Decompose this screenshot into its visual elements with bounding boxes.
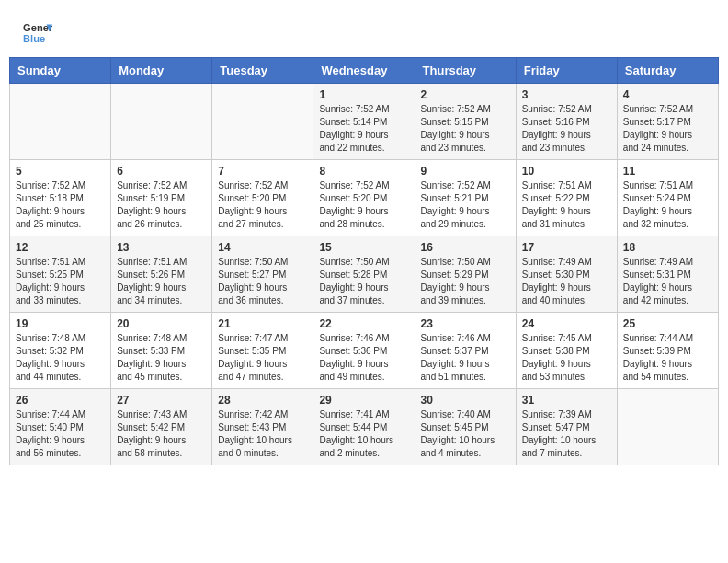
day-info: Sunrise: 7:47 AM Sunset: 5:35 PM Dayligh… xyxy=(218,332,307,384)
day-info: Sunrise: 7:49 AM Sunset: 5:30 PM Dayligh… xyxy=(522,256,611,307)
calendar-week-row: 26Sunrise: 7:44 AM Sunset: 5:40 PM Dayli… xyxy=(10,389,719,465)
day-info: Sunrise: 7:52 AM Sunset: 5:20 PM Dayligh… xyxy=(319,179,408,231)
day-info: Sunrise: 7:41 AM Sunset: 5:44 PM Dayligh… xyxy=(319,408,408,460)
day-number: 19 xyxy=(16,317,105,330)
day-header-thursday: Thursday xyxy=(415,58,516,84)
calendar-cell: 1Sunrise: 7:52 AM Sunset: 5:14 PM Daylig… xyxy=(313,84,415,160)
calendar-cell: 3Sunrise: 7:52 AM Sunset: 5:16 PM Daylig… xyxy=(516,84,617,160)
calendar-cell: 6Sunrise: 7:52 AM Sunset: 5:19 PM Daylig… xyxy=(111,160,212,236)
calendar-cell: 11Sunrise: 7:51 AM Sunset: 5:24 PM Dayli… xyxy=(617,160,718,236)
calendar-cell: 4Sunrise: 7:52 AM Sunset: 5:17 PM Daylig… xyxy=(617,84,718,160)
day-number: 17 xyxy=(522,241,611,254)
day-info: Sunrise: 7:44 AM Sunset: 5:39 PM Dayligh… xyxy=(623,332,712,384)
day-number: 15 xyxy=(319,241,408,254)
day-number: 11 xyxy=(623,165,712,178)
calendar-cell: 27Sunrise: 7:43 AM Sunset: 5:42 PM Dayli… xyxy=(111,389,212,465)
day-number: 10 xyxy=(522,165,611,178)
day-number: 7 xyxy=(218,165,307,178)
day-info: Sunrise: 7:45 AM Sunset: 5:38 PM Dayligh… xyxy=(522,332,611,384)
day-header-sunday: Sunday xyxy=(10,58,111,84)
calendar-cell: 25Sunrise: 7:44 AM Sunset: 5:39 PM Dayli… xyxy=(617,313,718,389)
calendar-week-row: 1Sunrise: 7:52 AM Sunset: 5:14 PM Daylig… xyxy=(10,84,719,160)
calendar-cell: 14Sunrise: 7:50 AM Sunset: 5:27 PM Dayli… xyxy=(212,236,313,313)
day-number: 25 xyxy=(623,317,712,330)
day-info: Sunrise: 7:51 AM Sunset: 5:24 PM Dayligh… xyxy=(623,179,712,231)
svg-text:General: General xyxy=(23,22,52,33)
day-info: Sunrise: 7:51 AM Sunset: 5:25 PM Dayligh… xyxy=(16,256,105,307)
day-info: Sunrise: 7:52 AM Sunset: 5:18 PM Dayligh… xyxy=(16,179,105,231)
day-info: Sunrise: 7:46 AM Sunset: 5:36 PM Dayligh… xyxy=(319,332,408,384)
day-info: Sunrise: 7:46 AM Sunset: 5:37 PM Dayligh… xyxy=(421,332,510,384)
page-header: General Blue xyxy=(9,9,719,52)
day-number: 16 xyxy=(421,241,510,254)
calendar-table: SundayMondayTuesdayWednesdayThursdayFrid… xyxy=(9,57,719,465)
calendar-cell: 31Sunrise: 7:39 AM Sunset: 5:47 PM Dayli… xyxy=(516,389,617,465)
calendar-cell: 12Sunrise: 7:51 AM Sunset: 5:25 PM Dayli… xyxy=(10,236,111,313)
day-info: Sunrise: 7:52 AM Sunset: 5:14 PM Dayligh… xyxy=(319,103,408,155)
day-header-tuesday: Tuesday xyxy=(212,58,313,84)
day-number: 3 xyxy=(522,88,611,101)
calendar-cell xyxy=(111,84,212,160)
day-header-friday: Friday xyxy=(516,58,617,84)
calendar-cell xyxy=(617,389,718,465)
svg-text:Blue: Blue xyxy=(23,33,45,44)
day-header-saturday: Saturday xyxy=(617,58,718,84)
day-info: Sunrise: 7:48 AM Sunset: 5:33 PM Dayligh… xyxy=(117,332,206,384)
calendar-cell: 19Sunrise: 7:48 AM Sunset: 5:32 PM Dayli… xyxy=(10,313,111,389)
calendar-cell: 16Sunrise: 7:50 AM Sunset: 5:29 PM Dayli… xyxy=(415,236,516,313)
calendar-cell: 24Sunrise: 7:45 AM Sunset: 5:38 PM Dayli… xyxy=(516,313,617,389)
day-info: Sunrise: 7:39 AM Sunset: 5:47 PM Dayligh… xyxy=(522,408,611,460)
day-info: Sunrise: 7:52 AM Sunset: 5:16 PM Dayligh… xyxy=(522,103,611,155)
calendar-cell: 8Sunrise: 7:52 AM Sunset: 5:20 PM Daylig… xyxy=(313,160,415,236)
day-number: 14 xyxy=(218,241,307,254)
day-number: 31 xyxy=(522,394,611,407)
day-number: 8 xyxy=(319,165,408,178)
day-header-wednesday: Wednesday xyxy=(313,58,415,84)
calendar-cell xyxy=(212,84,313,160)
day-number: 9 xyxy=(421,165,510,178)
day-number: 4 xyxy=(623,88,712,101)
day-number: 20 xyxy=(117,317,206,330)
calendar-cell: 10Sunrise: 7:51 AM Sunset: 5:22 PM Dayli… xyxy=(516,160,617,236)
day-info: Sunrise: 7:43 AM Sunset: 5:42 PM Dayligh… xyxy=(117,408,206,460)
day-info: Sunrise: 7:49 AM Sunset: 5:31 PM Dayligh… xyxy=(623,256,712,307)
calendar-week-row: 19Sunrise: 7:48 AM Sunset: 5:32 PM Dayli… xyxy=(10,313,719,389)
day-info: Sunrise: 7:51 AM Sunset: 5:22 PM Dayligh… xyxy=(522,179,611,231)
calendar-cell: 17Sunrise: 7:49 AM Sunset: 5:30 PM Dayli… xyxy=(516,236,617,313)
calendar-cell: 5Sunrise: 7:52 AM Sunset: 5:18 PM Daylig… xyxy=(10,160,111,236)
calendar-cell: 28Sunrise: 7:42 AM Sunset: 5:43 PM Dayli… xyxy=(212,389,313,465)
day-number: 18 xyxy=(623,241,712,254)
calendar-cell: 23Sunrise: 7:46 AM Sunset: 5:37 PM Dayli… xyxy=(415,313,516,389)
day-number: 30 xyxy=(421,394,510,407)
day-info: Sunrise: 7:44 AM Sunset: 5:40 PM Dayligh… xyxy=(16,408,105,460)
day-number: 26 xyxy=(16,394,105,407)
day-number: 12 xyxy=(16,241,105,254)
day-number: 1 xyxy=(319,88,408,101)
day-number: 24 xyxy=(522,317,611,330)
day-number: 29 xyxy=(319,394,408,407)
day-number: 2 xyxy=(421,88,510,101)
calendar-cell: 2Sunrise: 7:52 AM Sunset: 5:15 PM Daylig… xyxy=(415,84,516,160)
day-number: 28 xyxy=(218,394,307,407)
calendar-cell: 20Sunrise: 7:48 AM Sunset: 5:33 PM Dayli… xyxy=(111,313,212,389)
calendar-cell: 18Sunrise: 7:49 AM Sunset: 5:31 PM Dayli… xyxy=(617,236,718,313)
day-info: Sunrise: 7:48 AM Sunset: 5:32 PM Dayligh… xyxy=(16,332,105,384)
day-number: 23 xyxy=(421,317,510,330)
day-info: Sunrise: 7:52 AM Sunset: 5:17 PM Dayligh… xyxy=(623,103,712,155)
day-info: Sunrise: 7:50 AM Sunset: 5:29 PM Dayligh… xyxy=(421,256,510,307)
day-header-monday: Monday xyxy=(111,58,212,84)
day-info: Sunrise: 7:50 AM Sunset: 5:27 PM Dayligh… xyxy=(218,256,307,307)
day-number: 5 xyxy=(16,165,105,178)
logo: General Blue xyxy=(23,18,52,48)
day-number: 13 xyxy=(117,241,206,254)
day-info: Sunrise: 7:40 AM Sunset: 5:45 PM Dayligh… xyxy=(421,408,510,460)
calendar-week-row: 12Sunrise: 7:51 AM Sunset: 5:25 PM Dayli… xyxy=(10,236,719,313)
day-number: 27 xyxy=(117,394,206,407)
calendar-cell: 15Sunrise: 7:50 AM Sunset: 5:28 PM Dayli… xyxy=(313,236,415,313)
day-number: 6 xyxy=(117,165,206,178)
day-info: Sunrise: 7:52 AM Sunset: 5:15 PM Dayligh… xyxy=(421,103,510,155)
calendar-cell: 29Sunrise: 7:41 AM Sunset: 5:44 PM Dayli… xyxy=(313,389,415,465)
calendar-cell: 30Sunrise: 7:40 AM Sunset: 5:45 PM Dayli… xyxy=(415,389,516,465)
day-info: Sunrise: 7:51 AM Sunset: 5:26 PM Dayligh… xyxy=(117,256,206,307)
calendar-cell: 26Sunrise: 7:44 AM Sunset: 5:40 PM Dayli… xyxy=(10,389,111,465)
